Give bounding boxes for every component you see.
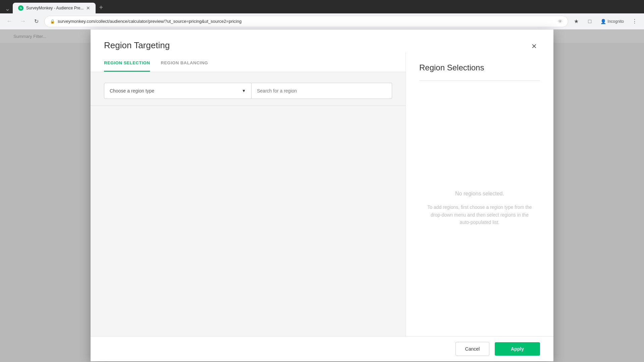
empty-state-title: No regions selected.: [455, 191, 504, 197]
right-panel-divider: [419, 80, 540, 81]
incognito-icon: 👤: [600, 19, 606, 24]
incognito-badge: 👤 Incognito: [598, 17, 627, 25]
empty-state-description: To add regions, first choose a region ty…: [426, 203, 533, 226]
modal-title: Region Targeting: [104, 40, 170, 51]
menu-btn[interactable]: ⋮: [629, 16, 640, 27]
bookmark-btn[interactable]: ★: [571, 16, 582, 27]
forward-btn[interactable]: →: [17, 16, 28, 27]
region-type-dropdown-label: Choose a region type: [110, 88, 154, 94]
left-panel-content: Choose a region type ▼: [91, 72, 406, 336]
browser-tab-active[interactable]: S SurveyMonkey - Audience Pre... ✕: [13, 3, 96, 13]
modal-overlay: Region Targeting ✕ REGION SELECTION REGI…: [0, 29, 644, 362]
modal-body: REGION SELECTION REGION BALANCING Choose: [91, 52, 553, 336]
tab-region-balancing[interactable]: REGION BALANCING: [161, 60, 208, 72]
back-btn[interactable]: ←: [4, 16, 15, 27]
tab-region-selection-label: REGION SELECTION: [104, 60, 150, 65]
region-search-input[interactable]: [252, 83, 392, 99]
address-text: surveymonkey.com/collect/audience/calcul…: [58, 19, 555, 24]
reload-btn[interactable]: ↻: [31, 16, 42, 27]
new-tab-btn[interactable]: +: [96, 3, 106, 12]
chevron-down-icon: ▼: [242, 88, 246, 93]
filter-row: Choose a region type ▼: [104, 83, 392, 99]
address-bar[interactable]: 🔒 surveymonkey.com/collect/audience/calc…: [44, 16, 568, 27]
modal-footer: Cancel Apply: [91, 336, 553, 361]
tab-title: SurveyMonkey - Audience Pre...: [26, 6, 84, 10]
right-panel: Region Selections No regions selected. T…: [406, 52, 553, 336]
modal-dialog: Region Targeting ✕ REGION SELECTION REGI…: [91, 29, 553, 361]
region-type-dropdown[interactable]: Choose a region type ▼: [104, 83, 252, 99]
eye-slash-icon: 👁: [558, 19, 562, 24]
nav-bar: ← → ↻ 🔒 surveymonkey.com/collect/audienc…: [0, 13, 644, 29]
sidebar-btn[interactable]: □: [584, 16, 595, 27]
incognito-label: Incognito: [607, 19, 624, 24]
nav-actions: ★ □ 👤 Incognito ⋮: [571, 16, 640, 27]
tabs-bar: REGION SELECTION REGION BALANCING: [91, 52, 406, 72]
left-panel-empty-area: [104, 106, 392, 240]
right-panel-title: Region Selections: [419, 63, 540, 72]
page-background: Summary Filter... Region Targeting ✕ REG…: [0, 29, 644, 362]
browser-tab-bar: ⌄ S SurveyMonkey - Audience Pre... ✕ +: [0, 0, 644, 13]
modal-close-button[interactable]: ✕: [528, 40, 540, 52]
tab-favicon: S: [18, 5, 23, 11]
apply-button[interactable]: Apply: [495, 342, 540, 356]
lock-icon: 🔒: [50, 19, 55, 24]
modal-header: Region Targeting ✕: [91, 29, 553, 52]
browser-tab-new-btn[interactable]: ⌄: [3, 4, 12, 13]
cancel-button[interactable]: Cancel: [455, 342, 490, 356]
right-panel-empty-state: No regions selected. To add regions, fir…: [419, 92, 540, 325]
tab-region-selection[interactable]: REGION SELECTION: [104, 60, 150, 72]
tab-close-icon[interactable]: ✕: [86, 5, 90, 11]
left-panel: REGION SELECTION REGION BALANCING Choose: [91, 52, 406, 336]
tab-region-balancing-label: REGION BALANCING: [161, 60, 208, 65]
